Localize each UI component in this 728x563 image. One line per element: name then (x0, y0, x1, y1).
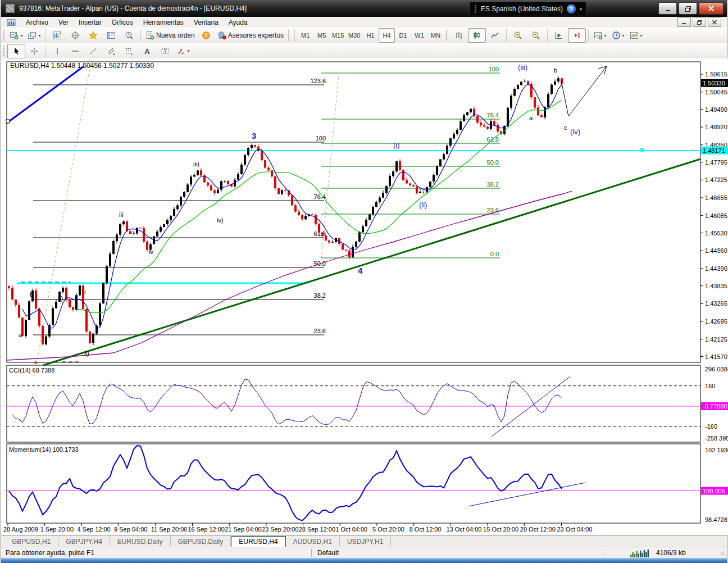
language-bar[interactable]: ES Spanish (United States) ? ▾ (470, 2, 586, 16)
cyan-line-handle[interactable] (640, 148, 644, 152)
arrows-button[interactable]: ▾ (174, 44, 192, 58)
crosshair-button[interactable] (25, 44, 43, 58)
dropdown-caret-icon[interactable]: ▾ (604, 33, 607, 38)
dropdown-caret-icon[interactable]: ▾ (622, 33, 625, 38)
restore-button[interactable] (679, 2, 697, 15)
dropdown-caret-icon[interactable]: ▾ (20, 33, 22, 38)
indicators-button[interactable]: ▾ (591, 28, 609, 43)
line-chart-button[interactable] (486, 28, 504, 43)
menu-item-ventana[interactable]: Ventana (189, 17, 224, 28)
market-watch-button[interactable] (48, 28, 66, 43)
zoom-out-button[interactable] (527, 28, 545, 43)
language-options-caret-icon[interactable]: ▾ (580, 7, 582, 12)
title-bar: 937816: MetaTrader - Alpari (US) - Cuent… (1, 0, 727, 17)
auto-scroll-button[interactable] (550, 28, 568, 43)
svg-text:ii): ii) (84, 350, 89, 357)
timeframe-button-h1[interactable]: H1 (362, 28, 379, 43)
timeframe-button-h4[interactable]: H4 (379, 28, 395, 43)
svg-text:1 Sep 20:00: 1 Sep 20:00 (40, 526, 74, 533)
menu-item-herramientas[interactable]: Herramientas (138, 17, 189, 28)
mdi-minimize-button[interactable] (677, 17, 691, 27)
menu-item-ver[interactable]: Ver (53, 17, 74, 28)
svg-text:38.2: 38.2 (314, 292, 326, 299)
tab-audusd-h1[interactable]: AUDUSD,H1 (286, 537, 340, 546)
text-label-button[interactable]: T (156, 44, 174, 58)
svg-text:13 Oct 04:00: 13 Oct 04:00 (446, 526, 481, 533)
status-bar: Para obtener ayuda, pulse F1 Default 410… (1, 547, 727, 559)
timeframe-button-m5[interactable]: M5 (313, 28, 330, 43)
periods-button[interactable]: ▾ (609, 28, 627, 43)
timeframe-button-w1[interactable]: W1 (411, 28, 427, 43)
navigator-button[interactable] (84, 28, 102, 43)
mdi-restore-button[interactable] (693, 17, 706, 27)
toolbar-separator (547, 29, 548, 42)
language-bar-label: ES Spanish (United States) (481, 5, 563, 13)
timeframe-button-m15[interactable]: M15 (330, 28, 346, 43)
timeframe-button-m1[interactable]: M1 (297, 28, 313, 43)
tab-usdjpy-h1[interactable]: USDJPY,H1 (340, 537, 391, 546)
tab-eurusd-daily[interactable]: EURUSD,Daily (110, 537, 171, 546)
svg-text:1.49490: 1.49490 (705, 106, 727, 113)
data-window-button[interactable] (66, 28, 84, 43)
new-chart-button[interactable]: ▾ (7, 28, 25, 43)
timeframe-button-m30[interactable]: M30 (346, 28, 362, 43)
horizontal-line-button[interactable] (66, 44, 84, 58)
language-help-icon[interactable]: ? (567, 4, 576, 13)
dropdown-caret-icon[interactable]: ▾ (38, 33, 40, 38)
minimize-button[interactable] (658, 2, 677, 15)
svg-text:1.50045: 1.50045 (705, 89, 727, 96)
tab-gbpusd-daily[interactable]: GBPUSD,Daily (171, 537, 231, 546)
tab-eurusd-h4[interactable]: EURUSD,H4 (231, 536, 285, 547)
toolbar-grip[interactable] (3, 46, 6, 57)
mdi-close-button[interactable] (708, 17, 721, 27)
strategy-tester-button[interactable] (120, 28, 138, 43)
status-help-text: Para obtener ayuda, pulse F1 (1, 549, 311, 557)
cursor-button[interactable] (7, 44, 25, 58)
profiles-button[interactable]: ▾ (25, 28, 43, 43)
svg-text:100: 100 (489, 66, 499, 72)
fibonacci-button[interactable]: F (120, 44, 138, 58)
trendline-handle[interactable] (6, 120, 10, 123)
close-icon (707, 5, 715, 12)
tab-gbpjpy-h4[interactable]: GBPJPY,H4 (58, 537, 110, 546)
new-chart-icon (10, 31, 19, 40)
price-chart-canvas[interactable]: 123.610076.461.850.038.223.610076.461.85… (1, 58, 728, 535)
svg-text:50.0: 50.0 (487, 159, 499, 166)
equidistant-channel-button[interactable]: E (102, 44, 120, 58)
close-button[interactable] (699, 2, 724, 15)
timeframe-button-d1[interactable]: D1 (395, 28, 411, 43)
bar-chart-button[interactable] (450, 28, 468, 43)
trend-line-button[interactable] (84, 44, 102, 58)
candlestick-chart-button[interactable] (468, 28, 486, 43)
metaeditor-alert-button[interactable] (197, 28, 215, 43)
toolbar-separator (294, 29, 295, 42)
resize-grip-icon[interactable] (717, 548, 726, 557)
expert-advisors-button[interactable]: Asesores expertos (215, 28, 286, 43)
templates-button[interactable]: ▾ (627, 28, 645, 43)
text-button[interactable]: A (138, 44, 156, 58)
menu-item-insertar[interactable]: Insertar (74, 17, 107, 28)
vertical-line-button[interactable] (48, 44, 66, 58)
dropdown-caret-icon[interactable]: ▾ (187, 48, 189, 53)
menu-item-ayuda[interactable]: Ayuda (224, 17, 253, 28)
timeframe-button-mn[interactable]: MN (427, 28, 444, 43)
new-order-button[interactable]: Nueva orden (143, 28, 197, 43)
toolbar-grip[interactable] (288, 30, 290, 41)
toolbar-grip[interactable] (3, 30, 6, 41)
tab-gbpusd-h1[interactable]: GBPUSD,H1 (4, 537, 58, 546)
app-icon (6, 4, 15, 13)
status-profile[interactable]: Default (312, 549, 603, 557)
zoom-in-button[interactable] (509, 28, 527, 43)
terminal-button[interactable] (102, 28, 120, 43)
menu-item-grficos[interactable]: Grficos (107, 17, 138, 28)
vertical-line-icon (53, 47, 62, 56)
language-bar-grip-icon[interactable] (474, 4, 477, 13)
menu-item-archivo[interactable]: Archivo (21, 17, 53, 28)
svg-text:16 Sep 12:00: 16 Sep 12:00 (188, 526, 225, 533)
chart-window[interactable]: 123.610076.461.850.038.223.610076.461.85… (1, 58, 728, 535)
chart-shift-button[interactable] (568, 28, 586, 43)
toolbar-grip[interactable] (445, 30, 448, 41)
dropdown-caret-icon[interactable]: ▾ (640, 33, 643, 38)
svg-text:1.48171: 1.48171 (703, 147, 725, 154)
channel-icon: E (107, 47, 116, 56)
